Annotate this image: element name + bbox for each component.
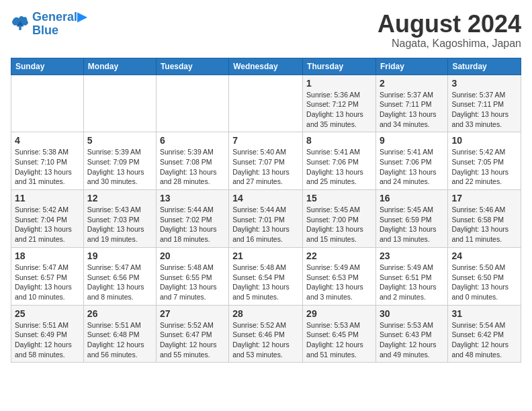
- logo: General▶ Blue: [11, 11, 87, 38]
- calendar-cell: 11Sunrise: 5:42 AM Sunset: 7:04 PM Dayli…: [11, 190, 84, 248]
- calendar-cell: 20Sunrise: 5:48 AM Sunset: 6:55 PM Dayli…: [156, 247, 228, 305]
- day-number: 9: [380, 135, 444, 146]
- calendar-cell: 9Sunrise: 5:41 AM Sunset: 7:06 PM Daylig…: [375, 132, 447, 190]
- calendar-cell: 6Sunrise: 5:39 AM Sunset: 7:08 PM Daylig…: [156, 132, 228, 190]
- day-number: 10: [451, 135, 517, 146]
- day-number: 4: [15, 135, 80, 146]
- calendar-cell: 4Sunrise: 5:38 AM Sunset: 7:10 PM Daylig…: [11, 132, 84, 190]
- day-detail: Sunrise: 5:45 AM Sunset: 7:00 PM Dayligh…: [306, 205, 372, 244]
- day-detail: Sunrise: 5:37 AM Sunset: 7:11 PM Dayligh…: [380, 90, 444, 130]
- calendar-cell: [229, 75, 303, 132]
- calendar-cell: 5Sunrise: 5:39 AM Sunset: 7:09 PM Daylig…: [83, 132, 156, 190]
- day-header-saturday: Saturday: [448, 58, 521, 75]
- day-header-sunday: Sunday: [11, 58, 84, 75]
- day-detail: Sunrise: 5:48 AM Sunset: 6:54 PM Dayligh…: [232, 263, 299, 302]
- day-detail: Sunrise: 5:39 AM Sunset: 7:09 PM Dayligh…: [87, 147, 152, 187]
- location: Nagata, Kagoshima, Japan: [378, 38, 521, 50]
- day-detail: Sunrise: 5:52 AM Sunset: 6:47 PM Dayligh…: [160, 320, 225, 360]
- day-number: 25: [15, 308, 80, 319]
- calendar-table: SundayMondayTuesdayWednesdayThursdayFrid…: [11, 58, 521, 363]
- day-number: 18: [15, 250, 80, 261]
- calendar-cell: 7Sunrise: 5:40 AM Sunset: 7:07 PM Daylig…: [229, 132, 303, 190]
- calendar-cell: [83, 75, 156, 132]
- calendar-cell: 14Sunrise: 5:44 AM Sunset: 7:01 PM Dayli…: [229, 190, 303, 248]
- logo-line2: Blue: [32, 24, 87, 38]
- calendar-week-row: 11Sunrise: 5:42 AM Sunset: 7:04 PM Dayli…: [11, 190, 521, 248]
- day-detail: Sunrise: 5:53 AM Sunset: 6:45 PM Dayligh…: [306, 320, 372, 360]
- calendar-cell: 27Sunrise: 5:52 AM Sunset: 6:47 PM Dayli…: [156, 305, 228, 363]
- day-number: 16: [380, 193, 444, 203]
- day-number: 14: [232, 193, 299, 203]
- calendar-cell: 17Sunrise: 5:46 AM Sunset: 6:58 PM Dayli…: [448, 190, 521, 248]
- day-number: 3: [451, 78, 517, 89]
- calendar-cell: 23Sunrise: 5:49 AM Sunset: 6:51 PM Dayli…: [375, 247, 447, 305]
- day-number: 29: [306, 308, 372, 319]
- day-detail: Sunrise: 5:53 AM Sunset: 6:43 PM Dayligh…: [380, 320, 444, 360]
- day-header-thursday: Thursday: [303, 58, 376, 75]
- title-block: August 2024 Nagata, Kagoshima, Japan: [378, 11, 521, 50]
- day-number: 12: [87, 193, 152, 203]
- calendar-week-row: 25Sunrise: 5:51 AM Sunset: 6:49 PM Dayli…: [11, 305, 521, 363]
- day-detail: Sunrise: 5:36 AM Sunset: 7:12 PM Dayligh…: [306, 90, 372, 130]
- day-detail: Sunrise: 5:42 AM Sunset: 7:04 PM Dayligh…: [15, 205, 80, 244]
- day-number: 30: [380, 308, 444, 319]
- day-detail: Sunrise: 5:48 AM Sunset: 6:55 PM Dayligh…: [160, 263, 225, 302]
- calendar-cell: 22Sunrise: 5:49 AM Sunset: 6:53 PM Dayli…: [303, 247, 376, 305]
- day-detail: Sunrise: 5:39 AM Sunset: 7:08 PM Dayligh…: [160, 147, 225, 187]
- day-number: 15: [306, 193, 372, 203]
- day-number: 17: [451, 193, 517, 203]
- svg-rect-1: [19, 26, 21, 30]
- calendar-cell: 16Sunrise: 5:45 AM Sunset: 6:59 PM Dayli…: [375, 190, 447, 248]
- day-detail: Sunrise: 5:49 AM Sunset: 6:53 PM Dayligh…: [306, 263, 372, 302]
- calendar-cell: 10Sunrise: 5:42 AM Sunset: 7:05 PM Dayli…: [448, 132, 521, 190]
- day-number: 5: [87, 135, 152, 146]
- day-header-friday: Friday: [375, 58, 447, 75]
- day-header-tuesday: Tuesday: [156, 58, 228, 75]
- calendar-cell: [156, 75, 228, 132]
- day-detail: Sunrise: 5:43 AM Sunset: 7:03 PM Dayligh…: [87, 205, 152, 244]
- calendar-cell: 3Sunrise: 5:37 AM Sunset: 7:11 PM Daylig…: [448, 75, 521, 132]
- calendar-cell: 8Sunrise: 5:41 AM Sunset: 7:06 PM Daylig…: [303, 132, 376, 190]
- day-number: 1: [306, 78, 372, 89]
- day-number: 6: [160, 135, 225, 146]
- day-detail: Sunrise: 5:41 AM Sunset: 7:06 PM Dayligh…: [306, 147, 372, 187]
- day-detail: Sunrise: 5:47 AM Sunset: 6:57 PM Dayligh…: [15, 263, 80, 302]
- day-detail: Sunrise: 5:40 AM Sunset: 7:07 PM Dayligh…: [232, 147, 299, 187]
- day-detail: Sunrise: 5:52 AM Sunset: 6:46 PM Dayligh…: [232, 320, 299, 360]
- calendar-cell: 29Sunrise: 5:53 AM Sunset: 6:45 PM Dayli…: [303, 305, 376, 363]
- calendar-cell: 19Sunrise: 5:47 AM Sunset: 6:56 PM Dayli…: [83, 247, 156, 305]
- day-detail: Sunrise: 5:42 AM Sunset: 7:05 PM Dayligh…: [451, 147, 517, 187]
- calendar-cell: 13Sunrise: 5:44 AM Sunset: 7:02 PM Dayli…: [156, 190, 228, 248]
- day-detail: Sunrise: 5:50 AM Sunset: 6:50 PM Dayligh…: [451, 263, 517, 302]
- calendar-cell: 31Sunrise: 5:54 AM Sunset: 6:42 PM Dayli…: [448, 305, 521, 363]
- calendar-header-row: SundayMondayTuesdayWednesdayThursdayFrid…: [11, 58, 521, 75]
- day-number: 20: [160, 250, 225, 261]
- day-number: 28: [232, 308, 299, 319]
- day-detail: Sunrise: 5:46 AM Sunset: 6:58 PM Dayligh…: [451, 205, 517, 244]
- calendar-cell: 2Sunrise: 5:37 AM Sunset: 7:11 PM Daylig…: [375, 75, 447, 132]
- day-number: 7: [232, 135, 299, 146]
- day-number: 21: [232, 250, 299, 261]
- day-number: 13: [160, 193, 225, 203]
- day-number: 8: [306, 135, 372, 146]
- day-detail: Sunrise: 5:54 AM Sunset: 6:42 PM Dayligh…: [451, 320, 517, 360]
- calendar-cell: 21Sunrise: 5:48 AM Sunset: 6:54 PM Dayli…: [229, 247, 303, 305]
- calendar-cell: 1Sunrise: 5:36 AM Sunset: 7:12 PM Daylig…: [303, 75, 376, 132]
- calendar-cell: 15Sunrise: 5:45 AM Sunset: 7:00 PM Dayli…: [303, 190, 376, 248]
- calendar-cell: 30Sunrise: 5:53 AM Sunset: 6:43 PM Dayli…: [375, 305, 447, 363]
- page-header: General▶ Blue August 2024 Nagata, Kagosh…: [11, 11, 521, 50]
- calendar-week-row: 1Sunrise: 5:36 AM Sunset: 7:12 PM Daylig…: [11, 75, 521, 132]
- day-detail: Sunrise: 5:51 AM Sunset: 6:49 PM Dayligh…: [15, 320, 80, 360]
- calendar-cell: 28Sunrise: 5:52 AM Sunset: 6:46 PM Dayli…: [229, 305, 303, 363]
- day-detail: Sunrise: 5:49 AM Sunset: 6:51 PM Dayligh…: [380, 263, 444, 302]
- day-number: 24: [451, 250, 517, 261]
- day-detail: Sunrise: 5:44 AM Sunset: 7:01 PM Dayligh…: [232, 205, 299, 244]
- day-header-monday: Monday: [83, 58, 156, 75]
- day-header-wednesday: Wednesday: [229, 58, 303, 75]
- day-detail: Sunrise: 5:51 AM Sunset: 6:48 PM Dayligh…: [87, 320, 152, 360]
- month-title: August 2024: [378, 11, 521, 38]
- calendar-cell: [11, 75, 84, 132]
- day-number: 26: [87, 308, 152, 319]
- calendar-week-row: 4Sunrise: 5:38 AM Sunset: 7:10 PM Daylig…: [11, 132, 521, 190]
- calendar-cell: 18Sunrise: 5:47 AM Sunset: 6:57 PM Dayli…: [11, 247, 84, 305]
